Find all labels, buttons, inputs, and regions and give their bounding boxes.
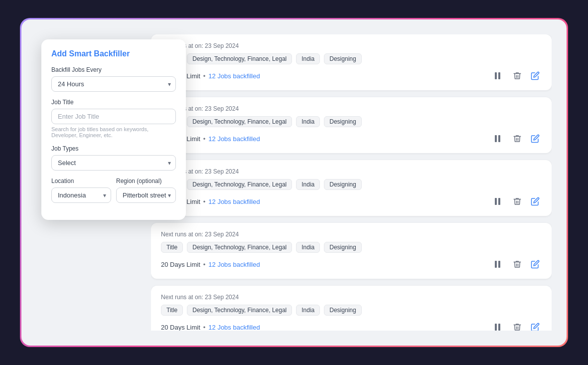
- delete-button[interactable]: [511, 195, 524, 208]
- job-card: Next runs at on: 23 Sep 2024 TitleDesign…: [151, 223, 552, 279]
- backfilled-link[interactable]: 12 Jobs backfilled: [208, 72, 260, 80]
- delete-icon: [513, 260, 522, 269]
- card-actions: [493, 132, 542, 145]
- pause-button[interactable]: [493, 195, 506, 208]
- edit-icon: [531, 71, 540, 80]
- region-col: Region (optional) Pitterbolt street Down…: [116, 178, 176, 203]
- tags-row: TitleDesign, Technology, Finance, LegalI…: [161, 53, 542, 64]
- edit-icon: [531, 323, 540, 331]
- location-group: Location Indonesia India USA Region (opt…: [51, 178, 176, 203]
- delete-icon: [513, 197, 522, 206]
- card-date: Next runs at on: 23 Sep 2024: [161, 168, 542, 175]
- separator: •: [203, 261, 206, 268]
- card-footer-left: 20 Days Limit • 12 Jobs backfilled: [161, 261, 260, 268]
- delete-button[interactable]: [511, 321, 524, 331]
- card-footer: 20 Days Limit • 12 Jobs backfilled: [161, 321, 542, 331]
- days-limit: 20 Days Limit: [161, 261, 200, 268]
- pause-icon: [495, 71, 504, 80]
- card-date: Next runs at on: 23 Sep 2024: [161, 105, 542, 112]
- region-select-wrapper: Pitterbolt street Downtown: [116, 187, 176, 203]
- tag: Designing: [324, 242, 361, 253]
- card-actions: [493, 321, 542, 331]
- card-footer: 20 Days Limit • 12 Jobs backfilled: [161, 69, 542, 82]
- location-label: Location: [51, 178, 111, 184]
- delete-icon: [513, 323, 522, 331]
- card-date: Next runs at on: 23 Sep 2024: [161, 294, 542, 301]
- edit-button[interactable]: [529, 69, 542, 82]
- days-limit: 20 Days Limit: [161, 324, 200, 331]
- pause-button[interactable]: [493, 132, 506, 145]
- backfilled-link[interactable]: 12 Jobs backfilled: [208, 324, 260, 331]
- delete-button[interactable]: [511, 69, 524, 82]
- separator: •: [203, 72, 206, 80]
- separator: •: [203, 198, 206, 205]
- edit-button[interactable]: [529, 321, 542, 331]
- card-date: Next runs at on: 23 Sep 2024: [161, 231, 542, 238]
- tags-row: TitleDesign, Technology, Finance, LegalI…: [161, 116, 542, 127]
- edit-icon: [531, 197, 540, 206]
- edit-button[interactable]: [529, 258, 542, 271]
- form-title: Add Smart Backfiller: [51, 49, 176, 58]
- tag: India: [296, 116, 320, 127]
- backfill-select[interactable]: 24 Hours 12 Hours 6 Hours 48 Hours: [51, 76, 176, 92]
- separator: •: [203, 135, 206, 143]
- pause-button[interactable]: [493, 258, 506, 271]
- tags-row: TitleDesign, Technology, Finance, LegalI…: [161, 242, 542, 253]
- region-label: Region (optional): [116, 178, 176, 184]
- delete-button[interactable]: [511, 258, 524, 271]
- card-actions: [493, 69, 542, 82]
- card-footer: 20 Days Limit • 12 Jobs backfilled: [161, 132, 542, 145]
- tag: Title: [161, 242, 183, 253]
- separator: •: [203, 324, 206, 331]
- job-card: Next runs at on: 23 Sep 2024 TitleDesign…: [151, 34, 552, 90]
- inner-bg: Add Smart Backfiller Backfill Jobs Every…: [21, 19, 567, 346]
- edit-icon: [531, 260, 540, 269]
- tags-row: TitleDesign, Technology, Finance, LegalI…: [161, 179, 542, 190]
- backfill-label: Backfill Jobs Every: [51, 66, 176, 73]
- tag: India: [296, 242, 320, 253]
- pause-button[interactable]: [493, 321, 506, 331]
- backfill-group: Backfill Jobs Every 24 Hours 12 Hours 6 …: [51, 66, 176, 92]
- edit-icon: [531, 134, 540, 143]
- tag: Designing: [324, 53, 361, 64]
- job-types-label: Job Types: [51, 145, 176, 152]
- card-footer-left: 20 Days Limit • 12 Jobs backfilled: [161, 324, 260, 331]
- tag: Title: [161, 305, 183, 316]
- card-date: Next runs at on: 23 Sep 2024: [161, 42, 542, 49]
- tag: Design, Technology, Finance, Legal: [187, 53, 292, 64]
- job-title-input[interactable]: [51, 109, 176, 124]
- pause-icon: [495, 134, 504, 143]
- backfilled-link[interactable]: 12 Jobs backfilled: [208, 135, 260, 143]
- tag: India: [296, 179, 320, 190]
- delete-button[interactable]: [511, 132, 524, 145]
- tags-row: TitleDesign, Technology, Finance, LegalI…: [161, 305, 542, 316]
- location-col: Location Indonesia India USA: [51, 178, 111, 203]
- backfilled-link[interactable]: 12 Jobs backfilled: [208, 261, 260, 268]
- job-types-select[interactable]: Select: [51, 155, 176, 171]
- card-footer: 20 Days Limit • 12 Jobs backfilled: [161, 258, 542, 271]
- job-card: Next runs at on: 23 Sep 2024 TitleDesign…: [151, 160, 552, 216]
- pause-icon: [495, 260, 504, 269]
- job-types-select-wrapper: Select: [51, 155, 176, 171]
- pause-button[interactable]: [493, 69, 506, 82]
- tag: Design, Technology, Finance, Legal: [187, 179, 292, 190]
- card-actions: [493, 195, 542, 208]
- backfilled-link[interactable]: 12 Jobs backfilled: [208, 198, 260, 205]
- pause-icon: [495, 197, 504, 206]
- region-select[interactable]: Pitterbolt street Downtown: [116, 187, 176, 203]
- form-panel: Add Smart Backfiller Backfill Jobs Every…: [41, 39, 186, 220]
- delete-icon: [513, 134, 522, 143]
- tag: India: [296, 305, 320, 316]
- tag: Design, Technology, Finance, Legal: [187, 242, 292, 253]
- job-card: Next runs at on: 23 Sep 2024 TitleDesign…: [151, 97, 552, 153]
- job-card: Next runs at on: 23 Sep 2024 TitleDesign…: [151, 286, 552, 331]
- pause-icon: [495, 323, 504, 331]
- edit-button[interactable]: [529, 132, 542, 145]
- main-content: Next runs at on: 23 Sep 2024 TitleDesign…: [151, 34, 552, 331]
- tag: India: [296, 53, 320, 64]
- job-types-group: Job Types Select: [51, 145, 176, 171]
- job-title-label: Job Title: [51, 99, 176, 106]
- edit-button[interactable]: [529, 195, 542, 208]
- location-select[interactable]: Indonesia India USA: [51, 187, 111, 203]
- tag: Designing: [324, 116, 361, 127]
